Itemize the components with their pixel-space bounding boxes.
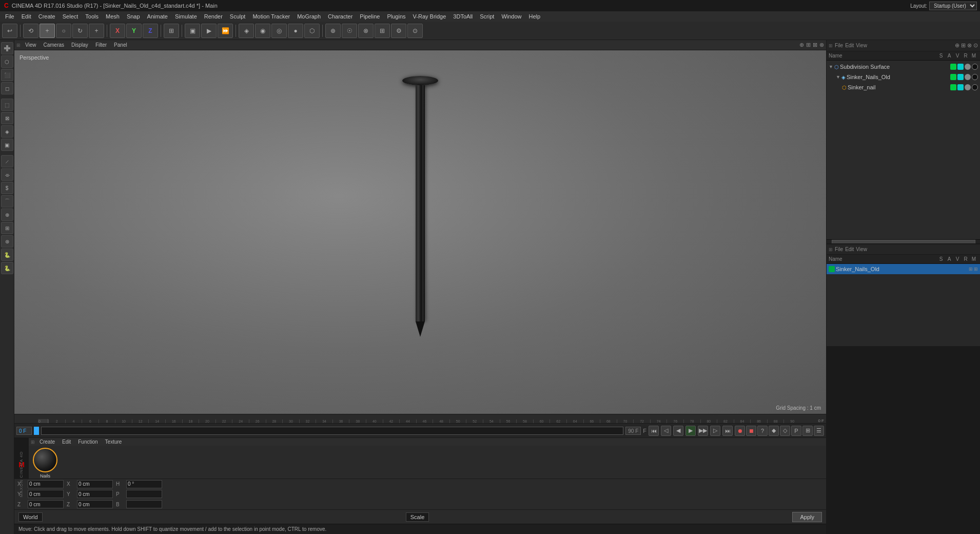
menu-character[interactable]: Character — [325, 12, 356, 21]
vp-menu-filter[interactable]: Filter — [93, 41, 109, 49]
menu-motion-tracker[interactable]: Motion Tracker — [249, 12, 293, 21]
undo-button[interactable]: ↩ — [2, 24, 17, 38]
menu-tools[interactable]: Tools — [82, 12, 102, 21]
menu-snap[interactable]: Snap — [124, 12, 143, 21]
keyframe2-button[interactable]: ◇ — [780, 426, 790, 436]
mat-menu-function[interactable]: Function — [75, 438, 100, 446]
attr-file-menu[interactable]: File — [835, 246, 843, 252]
grid-button[interactable]: ⊞ — [375, 24, 390, 38]
play-button[interactable]: ▶ — [685, 426, 696, 436]
p-rotation-input[interactable] — [126, 490, 162, 498]
left-tool-7[interactable]: $ — [1, 182, 13, 194]
y-size-input[interactable] — [77, 490, 113, 498]
menu-3dtoall[interactable]: 3DToAll — [450, 12, 476, 21]
menu-script[interactable]: Script — [477, 12, 497, 21]
mat-menu-texture[interactable]: Texture — [103, 438, 125, 446]
go-end-button[interactable]: ⏭ — [722, 426, 733, 436]
scale-tool-button[interactable]: ○ — [56, 24, 71, 38]
render-region-button[interactable]: ▣ — [185, 24, 200, 38]
transform-button[interactable]: + — [89, 24, 104, 38]
3d-viewport[interactable]: Perspective Grid Spacing : 1 cm — [14, 50, 826, 414]
vp-menu-cameras[interactable]: Cameras — [41, 41, 67, 49]
left-tool-3[interactable]: ◈ — [1, 125, 13, 138]
menu-simulate[interactable]: Simulate — [172, 12, 200, 21]
prev-frame-button[interactable]: ◁ — [661, 426, 671, 436]
attr-edit-menu[interactable]: Edit — [845, 246, 854, 252]
mode-edges-button[interactable]: ⬡ — [1, 55, 13, 68]
left-tool-9[interactable]: ⊕ — [1, 208, 13, 221]
menu-plugins[interactable]: Plugins — [384, 12, 408, 21]
menu-edit[interactable]: Edit — [18, 12, 34, 21]
new-scene-button[interactable]: ⟲ — [23, 24, 38, 38]
record-active-button[interactable]: ? — [757, 426, 768, 436]
render-view-button[interactable]: ▶ — [201, 24, 217, 38]
left-tool-1[interactable]: ⬚ — [1, 99, 13, 111]
menu-vray[interactable]: V-Ray Bridge — [410, 12, 449, 21]
left-tool-4[interactable]: ▣ — [1, 139, 13, 151]
rotate-tool-button[interactable]: ↻ — [72, 24, 88, 38]
menu-create[interactable]: Create — [35, 12, 58, 21]
z-size-input[interactable] — [77, 500, 113, 508]
play-reverse-button[interactable]: ◀ — [673, 426, 683, 436]
obj-row-subdivision[interactable]: ▼ ⬡ Subdivision Surface — [827, 62, 980, 72]
right-edit-menu[interactable]: Edit — [845, 43, 854, 48]
timeline-cursor[interactable] — [34, 427, 39, 435]
render-anim-button[interactable]: ⏩ — [218, 24, 233, 38]
local-axis-button[interactable]: ⊞ — [164, 24, 179, 38]
selection3-button[interactable]: ◎ — [271, 24, 287, 38]
z-position-input[interactable] — [28, 500, 64, 508]
b-rotation-input[interactable] — [126, 500, 162, 508]
apply-button[interactable]: Apply — [792, 512, 822, 522]
play-fast-button[interactable]: ▶▶ — [698, 426, 708, 436]
selection2-button[interactable]: ◉ — [255, 24, 270, 38]
vp-menu-view[interactable]: View — [23, 41, 39, 49]
mat-menu-create[interactable]: Create — [37, 438, 57, 446]
menu-window[interactable]: Window — [498, 12, 524, 21]
mode-polygons-button[interactable]: ⬛ — [1, 69, 13, 81]
menu-animate[interactable]: Animate — [144, 12, 171, 21]
selection4-button[interactable]: ● — [288, 24, 303, 38]
menu-pipeline[interactable]: Pipeline — [357, 12, 383, 21]
left-tool-12[interactable]: 🐍 — [1, 249, 13, 261]
menu-mesh[interactable]: Mesh — [103, 12, 123, 21]
obj-row-sinker-nails[interactable]: ▼ ◈ Sinker_Nails_Old — [827, 72, 980, 82]
layout-dropdown[interactable]: Startup (User) — [929, 2, 977, 10]
vp-menu-panel[interactable]: Panel — [111, 41, 130, 49]
h-rotation-input[interactable] — [126, 480, 162, 488]
timeline-button[interactable]: ☰ — [814, 426, 824, 436]
snap2-button[interactable]: ☉ — [342, 24, 357, 38]
snap1-button[interactable]: ⊕ — [325, 24, 341, 38]
left-tool-13[interactable]: 🐍 — [1, 262, 13, 274]
settings-button[interactable]: ⚙ — [391, 24, 406, 38]
attr-row-sinker-nails[interactable]: Sinker_Nails_Old ⊞ ⊞ — [827, 264, 980, 274]
mat-menu-edit[interactable]: Edit — [60, 438, 73, 446]
vp-menu-display[interactable]: Display — [69, 41, 91, 49]
right-file-menu[interactable]: File — [835, 43, 843, 48]
attr-view-menu[interactable]: View — [856, 246, 867, 252]
menu-select[interactable]: Select — [60, 12, 82, 21]
x-position-input[interactable] — [28, 480, 64, 488]
move-tool-button[interactable]: + — [40, 24, 55, 38]
menu-mograph[interactable]: MoGraph — [294, 12, 324, 21]
next-frame-button[interactable]: ▷ — [710, 426, 720, 436]
menu-help[interactable]: Help — [526, 12, 544, 21]
left-tool-11[interactable]: ⊛ — [1, 235, 13, 247]
material-item-nails[interactable]: Nails — [33, 448, 57, 479]
extra-button[interactable]: ⊙ — [407, 24, 423, 38]
selection1-button[interactable]: ◈ — [239, 24, 254, 38]
y-axis-button[interactable]: Y — [126, 24, 142, 38]
menu-file[interactable]: File — [2, 12, 17, 21]
left-tool-10[interactable]: ⊞ — [1, 222, 13, 234]
left-tool-8[interactable]: ⌒ — [1, 195, 13, 207]
left-tool-6[interactable]: ⌯ — [1, 168, 13, 181]
mode-objects-button[interactable]: ◻ — [1, 82, 13, 94]
snap3-button[interactable]: ⊗ — [358, 24, 374, 38]
keyframe1-button[interactable]: ◆ — [769, 426, 779, 436]
y-position-input[interactable] — [28, 490, 64, 498]
world-dropdown[interactable]: World — [18, 512, 43, 522]
timeline-scrub[interactable] — [41, 427, 623, 435]
menu-sculpt[interactable]: Sculpt — [227, 12, 249, 21]
x-axis-button[interactable]: X — [110, 24, 125, 38]
mode-points-button[interactable] — [1, 42, 13, 54]
right-panel-scrollbar[interactable] — [827, 239, 980, 243]
